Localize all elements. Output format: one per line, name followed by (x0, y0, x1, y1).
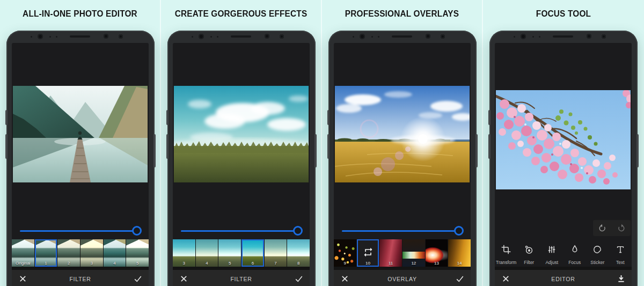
thumbnail-label: 6 (241, 261, 264, 266)
power-button (475, 134, 478, 167)
thumbnail-label: 13 (426, 261, 448, 266)
filter-thumbnail[interactable]: 4 (196, 239, 219, 267)
thumbnail-label: 2 (57, 261, 80, 266)
panel-title: PROFESSIONAL OVERLAYS (325, 0, 479, 19)
panel-title: FOCUS TOOL (486, 0, 641, 19)
filter-thumbnail[interactable]: 2 (57, 239, 80, 267)
sensor-dot (378, 36, 379, 38)
filter-thumbnail[interactable]: 5 (218, 239, 241, 267)
tool-filter[interactable]: Filter (518, 240, 541, 267)
tool-label: Adjust (545, 260, 558, 265)
phone-mockup: Original 1 2 3 4 5 FILTER (6, 31, 155, 286)
close-icon[interactable] (334, 274, 355, 283)
close-icon[interactable] (12, 274, 33, 283)
tool-focus[interactable]: Focus (564, 240, 587, 267)
sensor-dot (210, 36, 212, 38)
thumbnail-label: 8 (287, 261, 310, 266)
undo-icon[interactable] (593, 220, 612, 236)
intensity-slider[interactable] (20, 226, 142, 236)
phone-screen: 3 4 5 6 7 8 FILTER (173, 43, 310, 286)
phone-screen: Original 1 2 3 4 5 FILTER (12, 43, 149, 286)
filter-thumbnail[interactable]: 5 (126, 239, 149, 267)
photo-mountain-lake (13, 86, 148, 182)
filter-icon (524, 244, 535, 257)
filter-thumbnail[interactable]: 4 (104, 239, 127, 267)
close-icon[interactable] (495, 274, 516, 283)
thumbnail-label: 9 (334, 261, 356, 266)
phone-sensors (6, 31, 155, 43)
sensor-dot (49, 36, 51, 38)
bottom-action-bar: EDITOR (495, 270, 632, 286)
filter-thumbnail[interactable]: 3 (80, 239, 104, 267)
download-icon[interactable] (610, 274, 632, 283)
filter-thumbnail[interactable]: Original (12, 239, 35, 267)
editor-toolbar: Transform Filter Adjust Focus (495, 240, 632, 267)
bar-title: FILTER (33, 274, 127, 282)
overlay-thumbnail-selected[interactable]: 10 (357, 239, 380, 267)
tool-transform[interactable]: Transform (495, 240, 518, 267)
repeat-icon (363, 247, 374, 260)
bottom-action-bar: OVERLAY (334, 270, 471, 286)
sensor-dot (353, 36, 354, 38)
sensor-camera (104, 34, 108, 39)
intensity-slider[interactable] (181, 226, 303, 236)
sensor-camera (119, 34, 123, 39)
text-icon (615, 244, 626, 257)
filter-thumbnail[interactable]: 8 (287, 239, 310, 267)
power-button (314, 134, 317, 167)
history-buttons (593, 220, 631, 236)
sensor-dot (192, 36, 193, 38)
slider-track[interactable] (20, 230, 140, 232)
check-icon[interactable] (449, 274, 471, 283)
front-camera (360, 34, 365, 39)
sensor-camera (426, 34, 430, 39)
overlay-thumbnail[interactable]: 9 (334, 239, 357, 267)
tool-label: Transform (496, 260, 516, 265)
slider-knob[interactable] (454, 226, 464, 236)
power-button (153, 134, 156, 167)
filter-thumbnail[interactable]: 7 (265, 239, 288, 267)
tool-sticker[interactable]: Sticker (586, 240, 609, 267)
phone-sensors (328, 31, 477, 43)
volume-button (5, 110, 8, 125)
volume-button (5, 134, 8, 159)
tool-adjust[interactable]: Adjust (540, 240, 564, 267)
slider-track[interactable] (342, 230, 462, 232)
thumbnail-label: Original (12, 261, 34, 266)
overlay-thumbnail[interactable]: 13 (426, 239, 449, 267)
check-icon[interactable] (127, 274, 149, 283)
front-camera (521, 34, 526, 39)
filter-thumbnail[interactable]: 3 (173, 239, 196, 267)
front-camera (38, 34, 43, 39)
filter-thumbnail-strip: 3 4 5 6 7 8 (173, 239, 310, 267)
filter-thumbnail-selected[interactable]: 6 (241, 239, 265, 267)
volume-button (166, 110, 169, 125)
volume-button (166, 134, 169, 159)
sensor-camera (587, 34, 591, 39)
bar-title: OVERLAY (355, 274, 449, 282)
photo-golden-field (335, 86, 470, 182)
tool-label: Filter (524, 260, 534, 265)
filter-thumbnail-selected[interactable]: 1 (35, 239, 58, 267)
intensity-slider[interactable] (342, 226, 464, 236)
sensor-camera (441, 34, 445, 39)
bar-title: EDITOR (516, 274, 610, 282)
check-icon[interactable] (288, 274, 310, 283)
redo-icon[interactable] (612, 220, 631, 236)
close-icon[interactable] (173, 274, 194, 283)
thumbnail-label: 1 (35, 261, 57, 266)
overlay-thumbnail[interactable]: 14 (448, 239, 471, 267)
slider-knob[interactable] (132, 226, 142, 236)
slider-knob[interactable] (293, 226, 303, 236)
panel-title: ALL-IN-ONE PHOTO EDITOR (3, 0, 157, 19)
thumbnail-label: 14 (448, 261, 471, 266)
overlay-thumbnail[interactable]: 12 (402, 239, 426, 267)
phone-sensors (489, 31, 638, 43)
slider-track[interactable] (181, 230, 301, 232)
tool-text[interactable]: Text (609, 240, 632, 267)
tool-label: Sticker (590, 260, 604, 265)
overlay-thumbnail[interactable]: 11 (379, 239, 402, 267)
thumbnail-label: 5 (218, 261, 241, 266)
thumbnail-label: 4 (196, 261, 218, 266)
thumbnail-label: 11 (379, 261, 402, 266)
